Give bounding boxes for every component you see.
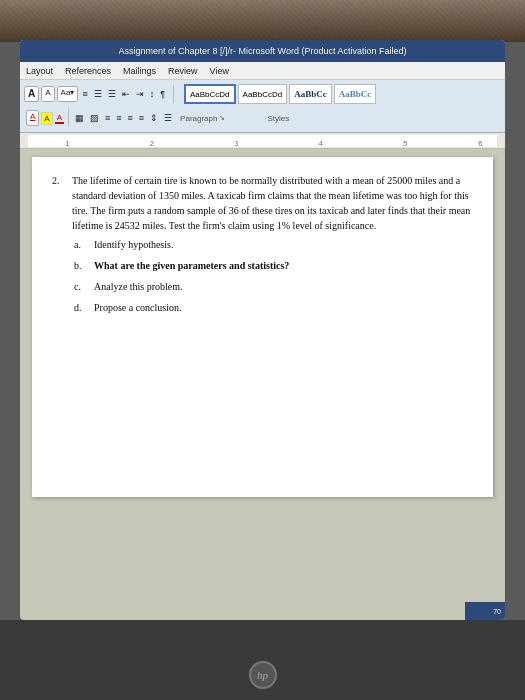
problem-item: 2. The lifetime of certain tire is known… [52, 173, 473, 233]
ribbon-row1: A A Aa▾ ≡ ☰ ☰ ⇤ ⇥ ↕ ¶ AaBbCcDd AaBbCcDd [24, 82, 501, 106]
menu-view[interactable]: View [208, 66, 231, 76]
font-bottom-controls: A A A ▦ ▨ ≡ ≡ ≡ ≡ ⇕ ☰ [26, 109, 174, 127]
sub-item-a: a. Identify hypothesis. [74, 237, 473, 252]
ruler-tick-5: 5 [403, 140, 407, 147]
ribbon-paragraph-label: Paragraph [180, 114, 217, 123]
para-spacing-icon[interactable]: ☰ [162, 112, 174, 124]
font-color-icon[interactable]: A [55, 113, 64, 124]
menu-layout[interactable]: Layout [24, 66, 55, 76]
menu-review[interactable]: Review [166, 66, 200, 76]
style-heading1[interactable]: AaBbCc [289, 84, 332, 104]
font-a-underline[interactable]: A [26, 110, 39, 126]
ribbon-divider1 [173, 85, 174, 103]
problem-num: 2. [52, 173, 66, 233]
ribbon-divider2 [68, 109, 69, 127]
ruler: 1 2 3 4 5 6 [20, 133, 505, 149]
sub-item-b-text: What are the given parameters and statis… [94, 258, 289, 273]
ribbon-row2: A A A ▦ ▨ ≡ ≡ ≡ ≡ ⇕ ☰ Paragraph ↘ Styles [24, 108, 501, 128]
title-bar: Assignment of Chapter 8 [/]/r- Microsoft… [20, 40, 505, 62]
style-heading2[interactable]: AaBbCc [334, 84, 377, 104]
ruler-tick-2: 2 [150, 140, 154, 147]
font-controls: A A Aa▾ ≡ ☰ ☰ ⇤ ⇥ ↕ ¶ [24, 86, 167, 102]
ruler-tick-6: 6 [478, 140, 482, 147]
align-justify-icon[interactable]: ≡ [137, 112, 146, 124]
pilcrow-icon[interactable]: ¶ [158, 88, 167, 100]
font-a-large[interactable]: A [24, 86, 39, 102]
ribbon-styles-label: Styles [267, 114, 289, 123]
sort-icon[interactable]: ↕ [148, 88, 157, 100]
shading-icon[interactable]: ▨ [88, 112, 101, 124]
ruler-inner: 1 2 3 4 5 6 [28, 135, 497, 147]
laptop-bottom: hp [0, 620, 525, 700]
paragraph-expand-icon[interactable]: ↘ [219, 114, 225, 122]
screen-container: Assignment of Chapter 8 [/]/r- Microsoft… [20, 40, 505, 620]
menu-bar: Layout References Mailings Review View [20, 62, 505, 80]
style-heading2-text: AaBbCc [339, 89, 372, 99]
ribbon: A A Aa▾ ≡ ☰ ☰ ⇤ ⇥ ↕ ¶ AaBbCcDd AaBbCcDd [20, 80, 505, 133]
ruler-tick-1: 1 [66, 140, 70, 147]
sub-item-b: b. What are the given parameters and sta… [74, 258, 473, 273]
align-center-icon[interactable]: ≡ [114, 112, 123, 124]
menu-references[interactable]: References [63, 66, 113, 76]
list-bullets-icon[interactable]: ☰ [92, 88, 104, 100]
doc-content: 2. The lifetime of certain tire is known… [52, 173, 473, 315]
sub-item-d-text: Propose a conclusion. [94, 300, 182, 315]
title-bar-text: Assignment of Chapter 8 [/]/r- Microsoft… [119, 46, 407, 56]
menu-mailings[interactable]: Mailings [121, 66, 158, 76]
hp-logo: hp [248, 660, 278, 690]
sub-item-c-letter: c. [74, 279, 88, 294]
status-bar: 70 [465, 602, 505, 620]
align-right-icon[interactable]: ≡ [126, 112, 135, 124]
sub-item-d: d. Propose a conclusion. [74, 300, 473, 315]
sub-item-c: c. Analyze this problem. [74, 279, 473, 294]
status-text: 70 [493, 608, 501, 615]
style-normal-text: AaBbCcDd [190, 90, 230, 99]
align-left-icon[interactable]: ≡ [103, 112, 112, 124]
highlight-icon[interactable]: A [41, 112, 52, 125]
sub-item-a-letter: a. [74, 237, 88, 252]
font-aa-button[interactable]: Aa▾ [57, 86, 79, 102]
document: 2. The lifetime of certain tire is known… [32, 157, 493, 497]
sub-item-b-letter: b. [74, 258, 88, 273]
font-a-small[interactable]: A [41, 86, 54, 102]
style-heading1-text: AaBbCc [294, 89, 327, 99]
hp-text: hp [257, 669, 268, 681]
sub-item-a-text: Identify hypothesis. [94, 237, 173, 252]
list-numbered-icon[interactable]: ☰ [106, 88, 118, 100]
sub-item-c-text: Analyze this problem. [94, 279, 183, 294]
sub-item-d-letter: d. [74, 300, 88, 315]
hp-circle: hp [249, 661, 277, 689]
border-icon[interactable]: ▦ [73, 112, 86, 124]
styles-section: AaBbCcDd AaBbCcDd AaBbCc AaBbCc [184, 84, 376, 104]
style-normal[interactable]: AaBbCcDd [184, 84, 236, 104]
ruler-tick-4: 4 [319, 140, 323, 147]
ruler-tick-3: 3 [234, 140, 238, 147]
top-photo-area [0, 0, 525, 42]
indent-increase-icon[interactable]: ⇥ [134, 88, 146, 100]
sub-items-list: a. Identify hypothesis. b. What are the … [74, 237, 473, 315]
style-no-spacing[interactable]: AaBbCcDd [238, 84, 288, 104]
indent-decrease-icon[interactable]: ⇤ [120, 88, 132, 100]
problem-text: The lifetime of certain tire is known to… [72, 173, 473, 233]
style-no-spacing-text: AaBbCcDd [243, 90, 283, 99]
line-spacing-icon[interactable]: ⇕ [148, 112, 160, 124]
format-icon[interactable]: ≡ [80, 88, 89, 100]
